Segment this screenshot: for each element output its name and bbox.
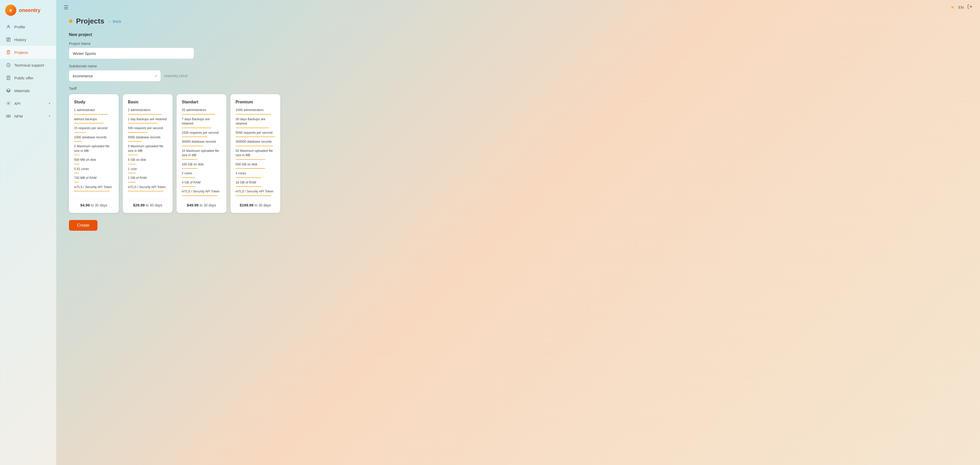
tariff-cards: Study 1 administrator without backups 15… <box>69 94 967 213</box>
feature-line <box>182 196 218 196</box>
project-name-input[interactable] <box>69 48 194 59</box>
subdomain-wrapper: ✓ <box>69 70 161 81</box>
logo-area: e oneentry <box>0 0 56 21</box>
hamburger-icon[interactable]: ☰ <box>64 4 68 10</box>
feature-item: 1000 administrators <box>235 108 275 113</box>
feature-line <box>235 186 261 187</box>
subdomain-row: ✓ .oneentry.cloud <box>69 70 967 81</box>
sidebar-item-projects[interactable]: Projects <box>0 46 56 59</box>
feature-line <box>182 177 196 178</box>
feature-line <box>128 173 136 173</box>
feature-item: 50 Maximum uploaded file size in MB <box>235 149 275 158</box>
feature-item: 7 days Backups are retained <box>182 117 221 126</box>
feature-item: 1 administrator <box>74 108 114 113</box>
tariff-card-basic[interactable]: Basic 2 administrators 1 day Backups are… <box>123 94 172 213</box>
tariff-price: $4.99 to 30 days <box>74 199 114 207</box>
sidebar-item-public-offer[interactable]: Public offer <box>0 72 56 84</box>
create-button[interactable]: Create <box>69 220 97 231</box>
subdomain-input[interactable] <box>69 70 161 81</box>
sidebar-item-label-technical-support: Technical support <box>14 63 44 67</box>
feature-item: 2 administrators <box>128 108 167 113</box>
feature-line <box>74 141 82 142</box>
feature-item: 15 requests per second <box>74 126 114 131</box>
feature-line <box>182 127 211 128</box>
feature-line <box>182 186 196 187</box>
feature-line <box>182 114 215 115</box>
sidebar: e oneentry Profile History Projects Te <box>0 0 56 465</box>
feature-item: 1 day Backups are retained <box>128 117 167 122</box>
tariff-card-standart[interactable]: Standart 20 administrators 7 days Backup… <box>177 94 226 213</box>
feature-item: 1 core <box>128 167 167 172</box>
main-content: ☰ ☀ EN Projects ← Back New project Proje… <box>56 0 980 465</box>
tariff-card-study[interactable]: Study 1 administrator without backups 15… <box>69 94 119 213</box>
feature-line <box>128 164 136 164</box>
person-icon <box>6 24 11 30</box>
feature-item: 5 GB on disk <box>128 158 167 162</box>
sidebar-item-materials[interactable]: Materials <box>0 84 56 97</box>
back-button[interactable]: ← Back <box>108 19 121 24</box>
feature-line <box>74 154 80 155</box>
sidebar-item-label-projects: Projects <box>14 50 28 55</box>
subdomain-label: Subdomain name <box>69 64 967 68</box>
feature-item: 16 GB of RAM <box>235 180 275 185</box>
svg-point-0 <box>8 25 9 27</box>
feature-item: 2 Maximum uploaded file size in MB <box>74 144 114 153</box>
feature-item: 10 Maximum uploaded file size in MB <box>182 149 221 158</box>
feature-line <box>128 114 162 115</box>
page-title: Projects <box>76 17 104 25</box>
feature-line <box>235 127 269 128</box>
project-name-group: Project Name <box>69 41 967 59</box>
feature-item: mTLS / Security API Token <box>235 190 275 194</box>
sidebar-item-label-npm: NPM <box>14 114 23 118</box>
subdomain-group: Subdomain name ✓ .oneentry.cloud <box>69 64 967 81</box>
top-right-controls: ☀ EN <box>950 4 972 10</box>
tariff-label: Tariff <box>69 86 967 91</box>
feature-line <box>235 159 265 160</box>
sidebar-item-label-public-offer: Public offer <box>14 76 33 80</box>
sidebar-item-profile[interactable]: Profile <box>0 21 56 33</box>
feature-line <box>128 182 136 183</box>
feature-line <box>128 132 148 133</box>
tariff-name: Basic <box>128 100 167 104</box>
logout-icon[interactable] <box>967 4 972 10</box>
sidebar-item-label-materials: Materials <box>14 89 30 93</box>
feature-line <box>235 146 273 146</box>
sidebar-item-history[interactable]: History <box>0 33 56 46</box>
document-icon <box>6 75 11 81</box>
clipboard-icon <box>6 49 11 55</box>
feature-item: mTLS / Security API Token <box>128 185 167 190</box>
feature-line <box>74 123 103 124</box>
feature-item: 500 GB on disk <box>235 162 275 167</box>
feature-item: 500 MB on disk <box>74 158 114 162</box>
support-icon <box>6 62 11 68</box>
feature-item: 30000 database records <box>182 140 221 144</box>
sidebar-item-api[interactable]: API ▾ <box>0 97 56 110</box>
feature-line <box>128 154 138 155</box>
feature-line <box>128 123 158 124</box>
feature-item: mTLS / Security API Token <box>74 185 114 190</box>
feature-item: 0.41 cores <box>74 167 114 172</box>
top-bar: ☰ ☀ EN <box>56 0 980 14</box>
feature-item: 2 GB of RAM <box>128 176 167 180</box>
sidebar-nav: Profile History Projects Technical suppo… <box>0 21 56 123</box>
sidebar-item-technical-support[interactable]: Technical support <box>0 59 56 72</box>
feature-item: 5 Maximum uploaded file size in MB <box>128 144 167 153</box>
feature-item: 730 MB of RAM <box>74 176 114 180</box>
feature-line <box>182 168 197 169</box>
logo-icon: e <box>5 5 16 16</box>
feature-line <box>235 177 261 178</box>
feature-line <box>128 141 142 142</box>
tariff-card-premium[interactable]: Premium 1000 administrators 30 days Back… <box>231 94 280 213</box>
feature-line <box>128 191 164 191</box>
feature-line <box>182 146 204 146</box>
feature-line <box>74 191 110 191</box>
tariff-price: $49.99 to 30 days <box>182 199 221 207</box>
language-button[interactable]: EN <box>958 5 964 10</box>
theme-icon[interactable]: ☀ <box>950 4 955 10</box>
api-chevron-icon: ▾ <box>49 102 50 105</box>
feature-item: 4 GB of RAM <box>182 180 221 185</box>
feature-line <box>182 159 197 160</box>
sidebar-item-npm[interactable]: NPM ▾ <box>0 110 56 123</box>
feature-line <box>235 168 265 169</box>
layers-icon <box>6 88 11 93</box>
